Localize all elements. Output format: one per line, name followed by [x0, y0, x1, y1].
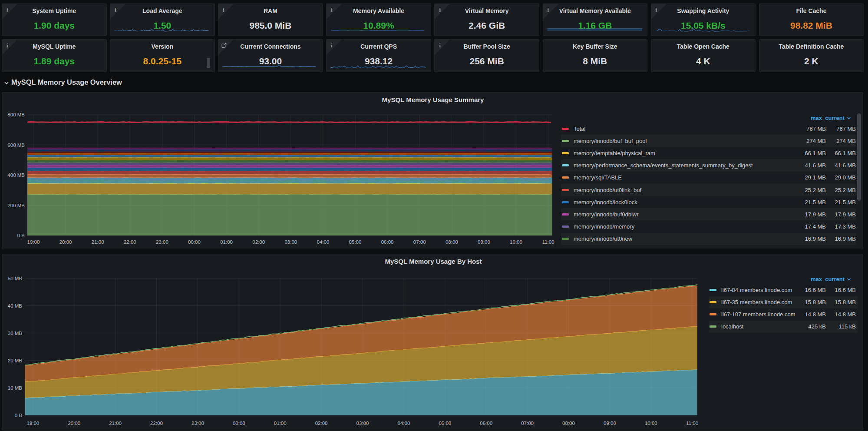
svg-text:MySQL Memory Usage Summary: MySQL Memory Usage Summary — [382, 96, 484, 103]
svg-text:21:00: 21:00 — [92, 239, 104, 245]
svg-text:22:00: 22:00 — [150, 421, 163, 426]
svg-text:21:00: 21:00 — [109, 421, 122, 426]
svg-text:06:00: 06:00 — [381, 239, 394, 245]
svg-text:01:00: 01:00 — [220, 239, 233, 245]
svg-text:400 MB: 400 MB — [7, 172, 25, 178]
svg-text:23:00: 23:00 — [156, 239, 168, 245]
svg-text:08:00: 08:00 — [562, 421, 575, 426]
svg-text:11:00: 11:00 — [542, 239, 554, 245]
svg-text:19:00: 19:00 — [27, 239, 40, 245]
svg-text:22:00: 22:00 — [124, 239, 136, 245]
svg-text:00:00: 00:00 — [233, 421, 245, 426]
svg-text:02:00: 02:00 — [252, 239, 265, 245]
svg-text:20:00: 20:00 — [59, 239, 72, 245]
svg-text:00:00: 00:00 — [188, 239, 201, 245]
svg-text:10:00: 10:00 — [510, 239, 522, 245]
svg-text:07:00: 07:00 — [413, 239, 426, 245]
svg-text:30 MB: 30 MB — [8, 331, 23, 336]
svg-text:19:00: 19:00 — [26, 421, 39, 426]
svg-text:11:00: 11:00 — [686, 421, 698, 426]
svg-text:800 MB: 800 MB — [7, 112, 25, 117]
svg-text:200 MB: 200 MB — [7, 203, 25, 208]
svg-text:08:00: 08:00 — [446, 239, 458, 245]
svg-text:04:00: 04:00 — [317, 239, 330, 245]
svg-text:MySQL Memory Usage By Host: MySQL Memory Usage By Host — [385, 258, 482, 265]
svg-text:07:00: 07:00 — [521, 421, 534, 426]
svg-text:10 MB: 10 MB — [8, 385, 23, 391]
svg-text:03:00: 03:00 — [356, 421, 369, 426]
svg-text:20:00: 20:00 — [68, 421, 80, 426]
svg-text:04:00: 04:00 — [398, 421, 410, 426]
svg-text:10:00: 10:00 — [645, 421, 657, 426]
svg-text:0 B: 0 B — [17, 233, 25, 238]
svg-text:05:00: 05:00 — [349, 239, 362, 245]
svg-text:09:00: 09:00 — [478, 239, 490, 245]
svg-text:50 MB: 50 MB — [8, 276, 23, 281]
svg-text:20 MB: 20 MB — [8, 358, 23, 363]
svg-text:600 MB: 600 MB — [7, 143, 25, 148]
svg-text:03:00: 03:00 — [284, 239, 297, 245]
svg-text:40 MB: 40 MB — [8, 303, 23, 308]
svg-text:09:00: 09:00 — [604, 421, 616, 426]
svg-text:0 B: 0 B — [15, 413, 23, 418]
svg-text:23:00: 23:00 — [191, 421, 204, 426]
svg-text:06:00: 06:00 — [480, 421, 492, 426]
svg-text:01:00: 01:00 — [274, 421, 287, 426]
svg-text:02:00: 02:00 — [315, 421, 328, 426]
svg-text:05:00: 05:00 — [439, 421, 451, 426]
